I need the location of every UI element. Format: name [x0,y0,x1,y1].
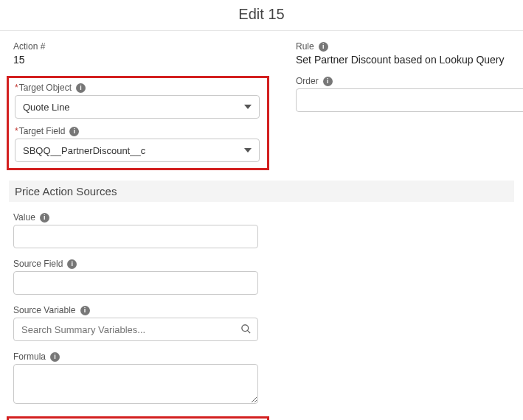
target-field-dropdown[interactable]: SBQQ__PartnerDiscount__c [15,139,260,162]
target-object-value: Quote Line [23,102,70,113]
info-icon[interactable]: i [50,352,60,362]
info-icon[interactable]: i [80,306,90,315]
source-lookup-highlight-box: Source Lookup Field i Partner_Discount__… [7,416,269,420]
info-icon[interactable]: i [40,213,49,223]
action-number-label: Action # [13,41,45,52]
info-icon[interactable]: i [76,83,86,93]
source-field-label: Source Field [13,259,63,269]
source-field-input[interactable] [13,271,258,295]
target-field-label: Target Field [19,126,66,136]
required-asterisk: * [15,126,18,136]
page-title: Edit 15 [0,0,523,31]
order-input[interactable] [296,88,523,112]
rule-label: Rule [296,41,314,52]
info-icon[interactable]: i [67,259,77,269]
info-icon[interactable]: i [69,127,79,136]
target-object-label: Target Object [19,83,72,93]
rule-value: Set Partner Discount based on Lookup Que… [296,54,523,66]
target-field-value: SBQQ__PartnerDiscount__c [23,145,145,156]
section-price-action-sources: Price Action Sources [9,181,514,202]
info-icon[interactable]: i [323,77,333,86]
svg-line-1 [247,330,250,333]
value-input[interactable] [13,225,258,248]
source-variable-label: Source Variable [13,305,76,315]
action-number-value: 15 [13,54,275,66]
action-number-block: Action # 15 [13,41,275,66]
target-highlight-box: *Target Object i Quote Line *Target Fiel… [7,76,269,170]
formula-textarea[interactable] [13,364,258,404]
order-label: Order [296,76,319,86]
required-asterisk: * [15,83,18,93]
svg-point-0 [242,325,249,332]
value-label: Value [13,212,35,223]
info-icon[interactable]: i [319,42,328,52]
formula-label: Formula [13,351,46,362]
search-icon [240,323,252,335]
chevron-down-icon [244,148,252,153]
target-object-dropdown[interactable]: Quote Line [15,95,260,119]
source-variable-lookup[interactable] [13,318,258,341]
chevron-down-icon [244,105,252,109]
